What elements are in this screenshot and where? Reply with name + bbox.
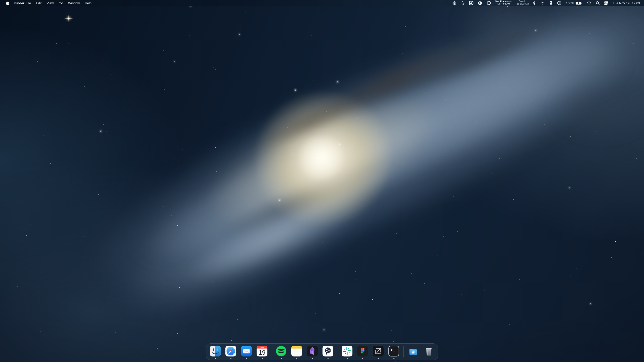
dock-icon-downloads-folder[interactable]	[408, 345, 419, 357]
dock-icon-calendar[interactable]: NOV 19	[256, 345, 268, 357]
dock-icon-finder[interactable]	[210, 345, 221, 357]
vignette	[0, 0, 644, 362]
dock-icon-mail[interactable]	[241, 345, 252, 357]
apple-menu[interactable]	[3, 0, 12, 6]
dock-icon-figma[interactable]	[357, 345, 368, 357]
dotted-arc-icon[interactable]	[539, 0, 546, 6]
running-indicator	[328, 358, 329, 359]
menu-bar: Finder File Edit View Go Window Help	[0, 0, 644, 6]
spotlight-search-icon[interactable]	[594, 0, 601, 6]
running-indicator	[262, 358, 263, 359]
bluetooth-icon[interactable]	[531, 0, 537, 6]
menu-window[interactable]: Window	[66, 0, 82, 6]
running-indicator	[246, 358, 247, 359]
g-circle-icon[interactable]	[485, 0, 493, 6]
menu-bar-time: 12:03	[632, 1, 640, 5]
now-playing-icon[interactable]	[555, 0, 563, 6]
world-clock-san-francisco[interactable]: San Francisco Tue 4:03 AM	[494, 0, 513, 6]
outline-b-icon[interactable]	[459, 0, 466, 6]
running-indicator	[362, 358, 363, 359]
running-indicator	[347, 358, 348, 359]
running-indicator	[378, 358, 379, 359]
menu-bar-left: Finder File Edit View Go Window Help	[3, 0, 94, 6]
dock-icon-spotify[interactable]	[275, 345, 287, 357]
sunburst-icon[interactable]	[451, 0, 458, 6]
battery-status[interactable]: 100%	[564, 0, 584, 6]
running-indicator	[393, 358, 394, 359]
menu-help[interactable]: Help	[82, 0, 94, 6]
control-center-icon[interactable]	[602, 0, 610, 6]
menu-bar-clock[interactable]: Tue Nov 19 12:03	[611, 0, 641, 6]
menu-bar-status: San Francisco Tue 4:03 AM Brazil Tue 8:0…	[451, 0, 641, 6]
clock-time: Tue 4:03 AM	[497, 3, 510, 5]
dock: NOV 19	[206, 343, 438, 360]
calendar-day: 19	[259, 349, 266, 356]
triangle-app-icon[interactable]	[467, 0, 475, 6]
running-indicator	[230, 358, 231, 359]
dock-icon-trash[interactable]	[423, 345, 434, 357]
calendar-month: NOV	[260, 346, 264, 348]
dock-icon-obsidian[interactable]	[307, 345, 318, 357]
dock-icon-notes[interactable]	[291, 345, 302, 357]
dock-icon-hexagon-share-app[interactable]	[322, 345, 334, 357]
menu-go[interactable]: Go	[56, 0, 65, 6]
dock-separator	[404, 346, 404, 357]
running-indicator	[281, 358, 282, 359]
desktop-wallpaper	[0, 0, 644, 362]
dock-icon-slack[interactable]	[341, 345, 353, 357]
menu-edit[interactable]: Edit	[33, 0, 44, 6]
battery-percent: 100%	[566, 1, 574, 5]
menu-file[interactable]: File	[23, 0, 33, 6]
menu-view[interactable]: View	[44, 0, 56, 6]
dock-icon-safari[interactable]	[225, 345, 236, 357]
world-clock-brazil[interactable]: Brazil Tue 8:03 AM	[514, 0, 530, 6]
running-indicator	[296, 358, 297, 359]
apple-logo-icon	[6, 1, 9, 5]
clock-time: Tue 8:03 AM	[515, 3, 529, 5]
dock-icon-zed[interactable]	[373, 345, 384, 357]
hexagon-app-icon[interactable]	[476, 0, 484, 6]
active-app-menu[interactable]: Finder	[12, 0, 23, 9]
running-indicator	[312, 358, 313, 359]
battery-charging-icon	[576, 2, 582, 5]
mobile-device-icon[interactable]	[548, 0, 554, 6]
menu-bar-date: Tue Nov 19	[613, 1, 630, 5]
running-indicator	[215, 358, 216, 359]
dock-icon-terminal[interactable]	[388, 345, 399, 357]
wifi-icon[interactable]	[585, 0, 593, 6]
